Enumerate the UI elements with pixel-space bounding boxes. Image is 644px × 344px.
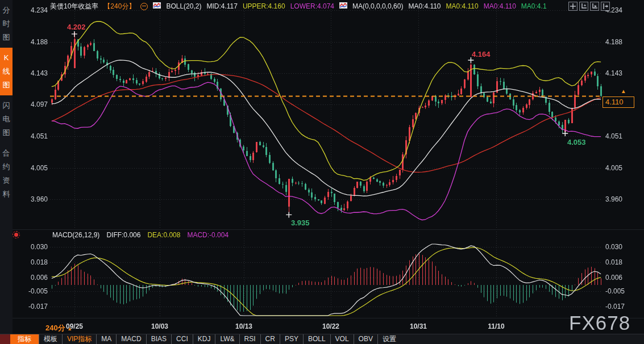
- sidebar-tab-kline-chart[interactable]: K 线 图: [0, 48, 13, 95]
- ma0-value-3: MA0:4.110: [484, 2, 516, 10]
- sidebar-tab-time-chart[interactable]: 分 时 图: [0, 0, 13, 48]
- toolbar-tab-cr[interactable]: CR: [260, 334, 280, 344]
- sidebar-tab-contract-info[interactable]: 合 约 资 料: [0, 143, 13, 204]
- macd-tick-right: -0.005: [605, 287, 641, 295]
- boll-label: BOLL(20,2): [166, 2, 201, 10]
- boll-lower-value: LOWER:4.074: [290, 2, 334, 10]
- toolbar-tab-cn-1[interactable]: 模板: [39, 334, 62, 344]
- price-tick-right: 4.005: [605, 164, 641, 172]
- sidebar-tab-flash-chart[interactable]: 闪 电 图: [0, 95, 13, 143]
- toolbar-tab-vol[interactable]: VOL: [330, 334, 354, 344]
- toolbar-tab-bias[interactable]: BIAS: [146, 334, 171, 344]
- toolbar-tab-boll[interactable]: BOLL: [303, 334, 330, 344]
- macd-tick-right: -0.017: [605, 303, 641, 311]
- macd-pane-settings-icon[interactable]: [14, 233, 18, 237]
- macd-tick-left: -0.017: [14, 303, 48, 311]
- macd-tick-left: 0.030: [14, 243, 48, 251]
- price-tick-left: 3.960: [14, 195, 48, 203]
- macd-tick-left: 0.006: [14, 274, 48, 282]
- period-text: 240分: [45, 324, 65, 332]
- toolbar-tab-cn-0[interactable]: 指标: [10, 334, 39, 344]
- price-tick-left: 4.234: [14, 6, 48, 14]
- macd-tick-right: 0.006: [605, 274, 641, 282]
- price-tick-left: 4.143: [14, 69, 48, 77]
- price-tick-right: 4.234: [605, 6, 641, 14]
- date-label: 10/03: [151, 322, 168, 330]
- boll-indicator-icon[interactable]: [153, 2, 161, 10]
- date-label: 10/31: [410, 322, 427, 330]
- boll-mid-value: MID:4.117: [206, 2, 237, 10]
- macd-value: MACD:-0.004: [187, 231, 228, 239]
- price-chart-canvas[interactable]: [0, 0, 644, 344]
- toolbar-tab-ma[interactable]: MA: [96, 334, 116, 344]
- ma0-value-2: MA0:4.110: [446, 2, 479, 10]
- toolbar-tab-rsi[interactable]: RSI: [239, 334, 260, 344]
- date-label: 09/25: [66, 322, 83, 330]
- boll-upper-value: UPPER:4.160: [243, 2, 285, 10]
- crosshair-tool-icon[interactable]: [568, 2, 577, 11]
- toolbar-tab-cn-15[interactable]: 设置: [377, 334, 401, 344]
- extreme-price-label: 4.164: [472, 50, 491, 58]
- watermark-logo: FX678: [569, 312, 630, 334]
- price-up-arrow-icon: ▲: [621, 88, 626, 94]
- price-tick-right: 4.188: [605, 38, 641, 46]
- toolbar-tab-cn-2[interactable]: VIP指标: [62, 334, 96, 344]
- left-sidebar: 分 时 图K 线 图闪 电 图合 约 资 料: [0, 0, 13, 334]
- price-tick-right: 4.143: [605, 69, 641, 77]
- extreme-price-label: 4.053: [567, 138, 586, 146]
- bottom-toolbar: 指标模板VIP指标MAMACDBIASCCIKDJLW&RSICRPSYBOLL…: [0, 334, 644, 344]
- ma0-value-1: MA0:4.110: [408, 2, 441, 10]
- extreme-price-label: 3.935: [291, 219, 310, 227]
- ma0-value-4: MA0:4.1: [521, 2, 547, 10]
- price-tick-left: 4.051: [14, 132, 48, 140]
- price-tick-right: 4.051: [605, 132, 641, 140]
- toolbar-tab-obv[interactable]: OBV: [354, 334, 377, 344]
- macd-header-legend: MACD(26,12,9) DIFF:0.006 DEA:0.008 MACD:…: [52, 231, 228, 239]
- macd-tick-right: 0.030: [605, 243, 641, 251]
- date-label: 10/22: [322, 322, 339, 330]
- macd-tick-left: 0.018: [14, 258, 48, 266]
- toolbar-tab-cci[interactable]: CCI: [171, 334, 193, 344]
- pan-right-icon[interactable]: [601, 2, 610, 11]
- extreme-price-label: 4.202: [67, 23, 86, 31]
- instrument-title: 美债10年收益率: [50, 2, 98, 11]
- period-tag: 【240分】: [103, 2, 135, 11]
- toolbar-tab-psy[interactable]: PSY: [280, 334, 303, 344]
- price-tick-right: 3.960: [605, 195, 641, 203]
- date-label: 10/13: [235, 322, 252, 330]
- date-label: 11/10: [488, 322, 504, 330]
- toolbar-tab-macd[interactable]: MACD: [116, 334, 146, 344]
- toolbar-tab-kdj[interactable]: KDJ: [193, 334, 215, 344]
- price-tick-left: 4.188: [14, 38, 48, 46]
- chart-header-legend: 美债10年收益率 【240分】 BOLL(20,2) MID:4.117 UPP…: [50, 2, 547, 11]
- ma-label: MA(0,0,0,0,0,60): [352, 2, 403, 10]
- toolbar-tab-lw[interactable]: LW&: [215, 334, 239, 344]
- macd-tick-left: -0.005: [14, 287, 48, 295]
- price-tick-left: 4.005: [14, 164, 48, 172]
- xaxis-divider: [13, 318, 644, 318]
- macd-tick-right: 0.018: [605, 258, 641, 266]
- collapse-pane-icon[interactable]: [140, 3, 148, 10]
- macd-label: MACD(26,12,9): [52, 231, 99, 239]
- pane-divider: [13, 229, 644, 230]
- macd-dea-value: DEA:0.008: [147, 231, 180, 239]
- chart-tool-buttons: [568, 2, 610, 11]
- y-axis-scale-icon[interactable]: [579, 2, 588, 11]
- x-axis-scale-icon[interactable]: [590, 2, 599, 11]
- ma-indicator-icon[interactable]: [339, 2, 347, 10]
- toolbar-corner-block: [0, 334, 10, 344]
- macd-diff-value: DIFF:0.006: [106, 231, 140, 239]
- price-tick-left: 4.097: [14, 100, 48, 108]
- current-price-badge: 4.110: [603, 97, 634, 108]
